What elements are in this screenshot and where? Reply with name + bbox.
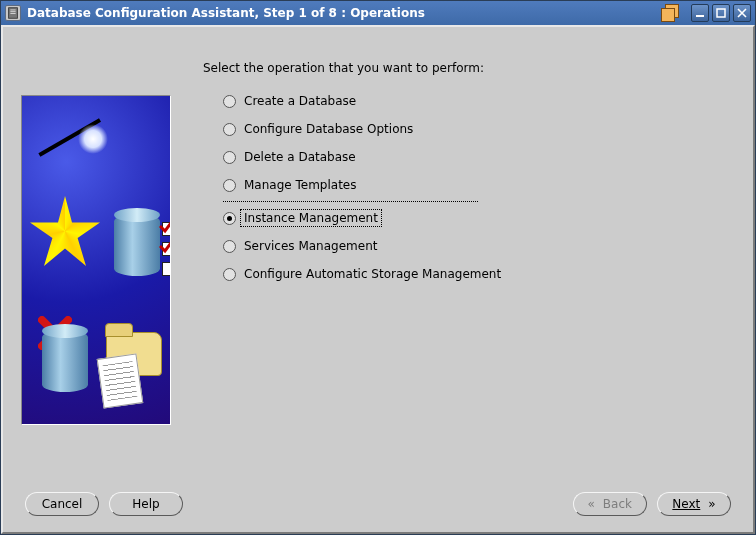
operation-option-config[interactable]: Configure Database Options: [223, 115, 663, 143]
window-title: Database Configuration Assistant, Step 1…: [27, 6, 425, 20]
operation-option-create[interactable]: Create a Database: [223, 87, 663, 115]
operation-option-services[interactable]: Services Management: [223, 232, 663, 260]
operation-option-asm[interactable]: Configure Automatic Storage Management: [223, 260, 663, 288]
database-icon: [42, 330, 88, 392]
cancel-button-label: Cancel: [42, 497, 83, 511]
back-button: « Back: [573, 492, 647, 516]
maximize-icon[interactable]: [712, 4, 730, 22]
operations-radio-group: Create a DatabaseConfigure Database Opti…: [223, 87, 663, 288]
operation-label: Services Management: [244, 239, 377, 253]
svg-rect-3: [10, 13, 15, 14]
operation-label: Delete a Database: [244, 150, 356, 164]
operation-label: Configure Automatic Storage Management: [244, 267, 501, 281]
help-button[interactable]: Help: [109, 492, 183, 516]
operation-radio-create[interactable]: [223, 95, 236, 108]
chevron-left-icon: «: [588, 497, 595, 511]
operation-radio-template[interactable]: [223, 179, 236, 192]
operation-radio-delete[interactable]: [223, 151, 236, 164]
next-button[interactable]: Next »: [657, 492, 731, 516]
titlebar[interactable]: Database Configuration Assistant, Step 1…: [1, 1, 755, 25]
button-bar: Cancel Help « Back Next »: [3, 482, 753, 532]
window: Database Configuration Assistant, Step 1…: [0, 0, 756, 535]
separator: [223, 201, 478, 202]
operation-option-instance[interactable]: Instance Management: [223, 204, 663, 232]
window-controls: [691, 4, 751, 22]
app-icon: [5, 5, 21, 21]
content-area: Select the operation that you want to pe…: [3, 27, 753, 482]
cancel-button[interactable]: Cancel: [25, 492, 99, 516]
chevron-right-icon: »: [708, 497, 715, 511]
minimize-icon[interactable]: [691, 4, 709, 22]
restore-icon: [659, 3, 681, 23]
operation-label: Manage Templates: [244, 178, 357, 192]
operation-radio-config[interactable]: [223, 123, 236, 136]
checkbox-icon: [162, 222, 171, 236]
svg-rect-4: [696, 15, 704, 17]
operation-radio-instance[interactable]: [223, 212, 236, 225]
next-button-label: Next: [672, 497, 700, 511]
help-button-label: Help: [132, 497, 159, 511]
operation-label: Create a Database: [244, 94, 356, 108]
operation-label: Configure Database Options: [244, 122, 413, 136]
pages-icon: [97, 353, 144, 408]
close-icon[interactable]: [733, 4, 751, 22]
client-area: Select the operation that you want to pe…: [1, 25, 755, 534]
operation-radio-services[interactable]: [223, 240, 236, 253]
database-icon: [114, 214, 160, 276]
prompt-text: Select the operation that you want to pe…: [203, 61, 484, 75]
sidebar-illustration: [21, 95, 171, 425]
operation-label: Instance Management: [240, 209, 382, 227]
svg-rect-1: [10, 10, 15, 11]
operation-option-template[interactable]: Manage Templates: [223, 171, 663, 199]
operation-radio-asm[interactable]: [223, 268, 236, 281]
checkbox-icon: [162, 242, 171, 256]
operation-option-delete[interactable]: Delete a Database: [223, 143, 663, 171]
svg-rect-2: [10, 11, 15, 12]
svg-rect-5: [717, 9, 725, 17]
checkbox-icon: [162, 262, 171, 276]
back-button-label: Back: [603, 497, 632, 511]
